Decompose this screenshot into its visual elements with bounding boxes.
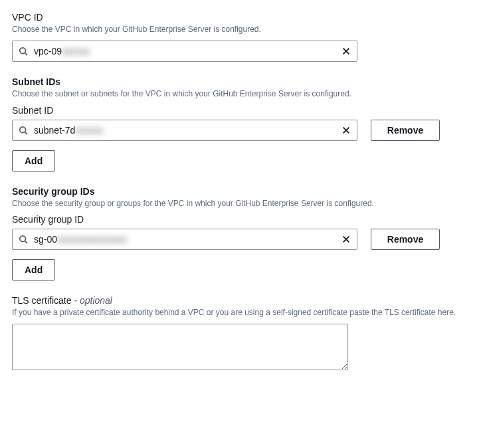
vpc-input-wrap: vpc-09xxxxxx [12,41,357,62]
add-subnet-button[interactable]: Add [12,150,55,171]
tls-optional-text: - optional [71,295,112,306]
subnet-input[interactable]: subnet-7dxxxxxx [12,120,357,141]
security-group-input[interactable]: sg-00xxxxxxxxxxxxxxx [12,229,357,250]
vpc-value-visible: vpc-09 [34,46,62,56]
subnet-input-wrap: subnet-7dxxxxxx [12,120,357,141]
remove-subnet-button[interactable]: Remove [371,120,440,141]
security-groups-heading: Security group IDs [12,186,467,197]
tls-help: If you have a private certificate author… [12,307,467,318]
subnets-section: Subnet IDs Choose the subnet or subnets … [12,76,467,171]
close-icon[interactable] [340,45,352,57]
tls-label: TLS certificate - optional [12,295,467,306]
remove-security-group-button[interactable]: Remove [371,229,440,250]
subnet-value-redacted: xxxxxx [75,125,103,136]
security-group-item-label: Security group ID [12,214,467,225]
vpc-value-redacted: xxxxxx [62,46,90,56]
vpc-help: Choose the VPC in which your GitHub Ente… [12,24,467,35]
close-icon[interactable] [340,124,352,136]
security-group-value-redacted: xxxxxxxxxxxxxxx [57,234,127,245]
subnet-value-visible: subnet-7d [34,125,75,136]
security-group-input-wrap: sg-00xxxxxxxxxxxxxxx [12,229,357,250]
subnet-item-label: Subnet ID [12,105,467,116]
security-group-value-visible: sg-00 [34,234,57,245]
security-groups-section: Security group IDs Choose the security g… [12,186,467,281]
tls-label-text: TLS certificate [12,295,71,306]
subnets-heading: Subnet IDs [12,76,467,87]
vpc-input[interactable]: vpc-09xxxxxx [12,41,357,62]
add-security-group-button[interactable]: Add [12,259,55,280]
tls-textarea[interactable] [12,324,348,370]
close-icon[interactable] [340,233,352,245]
vpc-label: VPC ID [12,12,467,23]
security-groups-help: Choose the security group or groups for … [12,198,467,209]
tls-section: TLS certificate - optional If you have a… [12,295,467,372]
vpc-section: VPC ID Choose the VPC in which your GitH… [12,12,467,62]
subnets-help: Choose the subnet or subnets for the VPC… [12,88,467,100]
